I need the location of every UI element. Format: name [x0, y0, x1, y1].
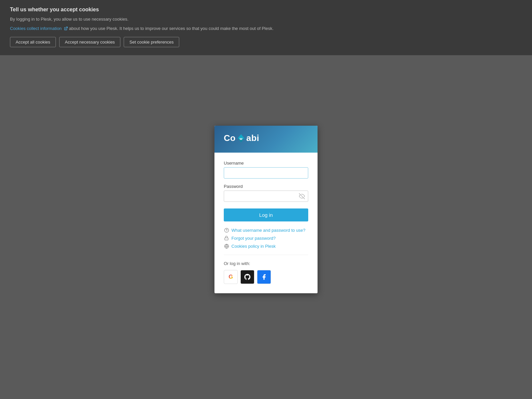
login-button[interactable]: Log in [224, 208, 308, 221]
eye-slash-icon [299, 193, 305, 199]
login-body: Username Password [214, 153, 318, 293]
social-login-label: Or log in with: [224, 261, 308, 266]
username-label: Username [224, 161, 308, 166]
password-label: Password [224, 184, 308, 189]
help-link-cookies: Cookies policy in Plesk [224, 243, 308, 249]
google-login-button[interactable]: G [224, 270, 238, 284]
set-cookie-preferences-button[interactable]: Set cookie preferences [124, 37, 179, 47]
password-wrapper [224, 191, 308, 202]
logo-text-before: Co [224, 133, 236, 143]
help-links: What username and password to use? Forgo… [224, 227, 308, 249]
facebook-icon [261, 274, 267, 280]
accept-necessary-cookies-button[interactable]: Accept necessary cookies [59, 37, 120, 47]
cookies-collect-link[interactable]: Cookies collect information [10, 26, 62, 31]
password-input[interactable] [224, 191, 308, 202]
github-icon [244, 273, 251, 281]
facebook-login-button[interactable] [257, 270, 271, 284]
divider [224, 255, 308, 255]
external-link-icon [64, 27, 68, 31]
password-group: Password [224, 184, 308, 202]
help-link-username: What username and password to use? [224, 227, 308, 233]
logo-text-after: abi [246, 133, 259, 143]
login-header: Co w abi [214, 126, 318, 153]
cookie-banner: Tell us whether you accept cookies By lo… [0, 0, 532, 55]
svg-rect-7 [225, 238, 228, 240]
globe-icon [224, 243, 229, 249]
cookie-info-suffix: about how you use Plesk. It helps us to … [69, 26, 274, 31]
google-icon: G [228, 274, 233, 280]
cookie-banner-description: By logging in to Plesk, you allow us to … [10, 16, 522, 23]
help-link-password: Forgot your password? [224, 235, 308, 241]
accept-all-cookies-button[interactable]: Accept all cookies [10, 37, 56, 47]
username-help-link[interactable]: What username and password to use? [231, 228, 306, 233]
svg-text:w: w [239, 137, 242, 141]
login-card-wrapper: Co w abi Username Password [214, 126, 318, 293]
lock-icon [224, 235, 229, 241]
logo: Co w abi [224, 133, 259, 143]
login-card: Co w abi Username Password [214, 126, 318, 293]
logo-diamond-icon: w [236, 134, 246, 143]
username-group: Username [224, 161, 308, 179]
cookie-buttons-group: Accept all cookies Accept necessary cook… [10, 37, 522, 47]
cookies-policy-link[interactable]: Cookies policy in Plesk [231, 244, 276, 249]
question-circle-icon [224, 227, 229, 233]
social-buttons: G [224, 270, 308, 284]
username-input[interactable] [224, 167, 308, 179]
cookie-banner-title: Tell us whether you accept cookies [10, 7, 522, 13]
github-login-button[interactable] [240, 270, 254, 284]
forgot-password-link[interactable]: Forgot your password? [231, 236, 276, 241]
cookie-info-line: Cookies collect information about how yo… [10, 25, 522, 32]
password-toggle-button[interactable] [299, 193, 305, 199]
